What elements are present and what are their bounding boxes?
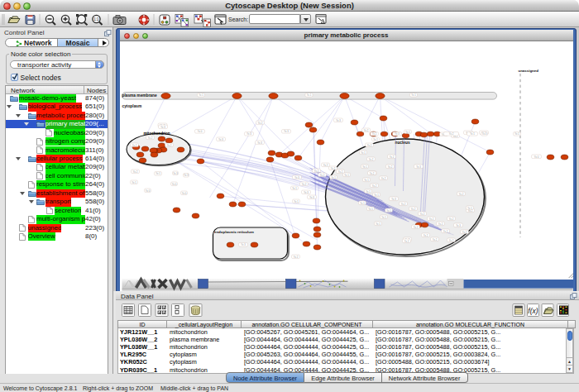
svg-text:Yx 2: Yx 2	[330, 167, 335, 170]
svg-text:Yx 1: Yx 1	[294, 200, 299, 203]
svg-text:Yx 1: Yx 1	[361, 151, 366, 155]
svg-text:Yx 1: Yx 1	[132, 181, 136, 184]
svg-text:Yx 2: Yx 2	[448, 132, 453, 136]
svg-text:Yx 2: Yx 2	[319, 174, 324, 177]
svg-text:Yx 3: Yx 3	[284, 130, 289, 133]
svg-text:Yx 2: Yx 2	[462, 231, 467, 234]
svg-text:Yx 3: Yx 3	[304, 191, 309, 194]
svg-text:Yx 2: Yx 2	[147, 136, 152, 140]
svg-text:endoplasmic reticulum: endoplasmic reticulum	[214, 230, 254, 234]
svg-text:Yx 2: Yx 2	[458, 193, 463, 196]
svg-text:Yx 1: Yx 1	[292, 187, 297, 190]
svg-text:Yx 2: Yx 2	[323, 164, 328, 167]
svg-text:Yx 3: Yx 3	[184, 174, 189, 177]
svg-text:Yx 2: Yx 2	[371, 132, 376, 136]
svg-text:Yx 3: Yx 3	[416, 165, 421, 169]
svg-text:Yx 3: Yx 3	[391, 198, 396, 201]
svg-text:Yx 1: Yx 1	[405, 131, 410, 134]
svg-text:Yx 2: Yx 2	[448, 239, 453, 242]
svg-text:Yx 3: Yx 3	[173, 172, 178, 175]
svg-text:Yx 2: Yx 2	[337, 170, 342, 174]
svg-text:Yx 2: Yx 2	[257, 122, 262, 125]
svg-text:Yx 1: Yx 1	[373, 138, 378, 141]
svg-text:Yx 2: Yx 2	[410, 208, 415, 211]
svg-text:Yx 2: Yx 2	[371, 184, 376, 188]
svg-text:Yx 1: Yx 1	[514, 132, 519, 136]
svg-text:Yx 1: Yx 1	[368, 208, 373, 211]
svg-text:Yx 2: Yx 2	[419, 213, 424, 216]
svg-text:Yx 3: Yx 3	[257, 141, 262, 145]
svg-text:Yx 0: Yx 0	[171, 183, 176, 186]
svg-text:Yx 1: Yx 1	[411, 93, 416, 97]
svg-text:Yx 2: Yx 2	[132, 170, 137, 174]
svg-text:Yx 2: Yx 2	[363, 129, 368, 132]
svg-text:Yx 2: Yx 2	[404, 240, 409, 243]
svg-text:Yx 3: Yx 3	[241, 243, 246, 246]
svg-text:Yx 3: Yx 3	[456, 224, 461, 227]
svg-text:Yx 2: Yx 2	[387, 165, 392, 169]
svg-text:unassigned: unassigned	[518, 69, 538, 73]
svg-text:Yx 1: Yx 1	[360, 202, 365, 205]
svg-text:Yx 2: Yx 2	[301, 183, 306, 186]
svg-text:Yx 1: Yx 1	[364, 179, 369, 182]
svg-text:Yx 2: Yx 2	[166, 144, 171, 147]
svg-text:plasma membrane: plasma membrane	[122, 93, 156, 98]
svg-text:Yx 0: Yx 0	[534, 155, 538, 159]
svg-text:Yx 2: Yx 2	[413, 226, 418, 229]
svg-text:Yx 1: Yx 1	[366, 190, 371, 194]
svg-text:nucleus: nucleus	[395, 141, 409, 145]
svg-text:Yx 2: Yx 2	[438, 222, 443, 226]
svg-text:Yx 3: Yx 3	[309, 196, 314, 199]
svg-text:Yx 3: Yx 3	[294, 176, 299, 179]
svg-text:Yx 1: Yx 1	[156, 172, 160, 175]
svg-text:cytoplasm: cytoplasm	[122, 104, 141, 108]
svg-text:Yx 1: Yx 1	[376, 222, 380, 226]
svg-text:Yx 2: Yx 2	[423, 234, 428, 237]
svg-text:Yx 3: Yx 3	[160, 126, 165, 129]
svg-text:Yx 2: Yx 2	[443, 230, 447, 233]
svg-text:Yx 2: Yx 2	[432, 238, 437, 241]
svg-text:Yx 2: Yx 2	[448, 218, 453, 221]
svg-text:Yx 2: Yx 2	[428, 218, 433, 221]
svg-text:mitochondrion: mitochondrion	[143, 131, 170, 136]
svg-text:Yx 1: Yx 1	[386, 209, 391, 213]
svg-text:Yx 2: Yx 2	[293, 256, 298, 259]
svg-text:Yx 2: Yx 2	[369, 172, 374, 175]
svg-text:Yx 3: Yx 3	[218, 138, 223, 141]
svg-text:f(x): f(x)	[528, 307, 538, 315]
svg-text:Yx 1: Yx 1	[374, 194, 379, 197]
svg-text:Yx 3: Yx 3	[395, 132, 400, 136]
svg-text:Yx 2: Yx 2	[313, 170, 318, 173]
svg-text:Yx 2: Yx 2	[366, 144, 371, 147]
svg-text:1:1: 1:1	[93, 17, 99, 22]
svg-text:Yx 2: Yx 2	[400, 203, 405, 206]
svg-text:Yx 2: Yx 2	[368, 158, 373, 161]
svg-text:Yx 1: Yx 1	[306, 93, 311, 97]
svg-text:Yx 0: Yx 0	[481, 132, 486, 136]
svg-text:Yx 3: Yx 3	[246, 132, 251, 136]
svg-text:Yx 3: Yx 3	[336, 119, 341, 122]
svg-text:Yx 1: Yx 1	[331, 176, 336, 179]
svg-text:Yx 1: Yx 1	[467, 207, 472, 210]
svg-text:Yx 2: Yx 2	[389, 155, 394, 159]
svg-text:Yx 1: Yx 1	[470, 132, 475, 136]
svg-text:Yx 2: Yx 2	[132, 144, 136, 147]
svg-text:Yx 2: Yx 2	[380, 177, 385, 180]
svg-text:Yx 1: Yx 1	[381, 216, 386, 219]
svg-text:Yx 0: Yx 0	[145, 189, 150, 193]
svg-text:Yx 0: Yx 0	[181, 192, 186, 195]
svg-text:Yx 0: Yx 0	[197, 130, 202, 133]
svg-text:Yx 1: Yx 1	[344, 174, 349, 177]
svg-text:Yx 1: Yx 1	[199, 93, 203, 97]
svg-text:Yx 1: Yx 1	[362, 165, 367, 169]
